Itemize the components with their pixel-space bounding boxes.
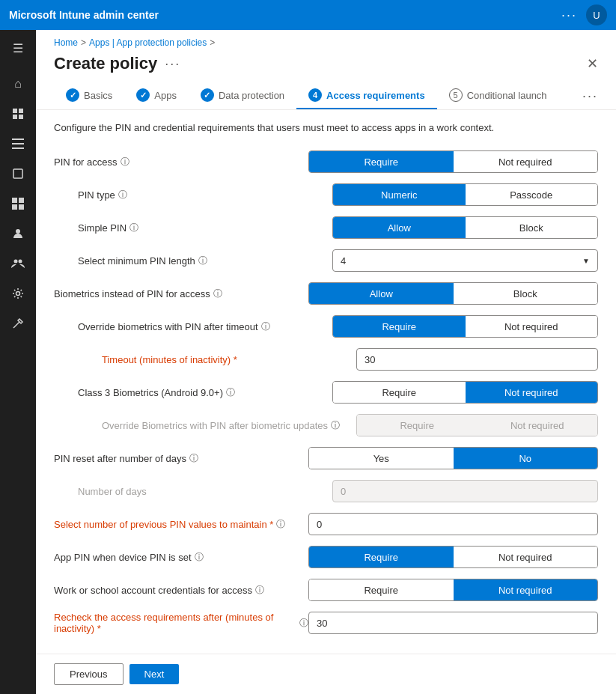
toggle-pin-for-access-not-required[interactable]: Not required (454, 151, 598, 172)
toggle-app-pin-device-pin-require[interactable]: Require (309, 547, 454, 567)
input-number-of-days (332, 480, 598, 502)
sidebar-item-dashboard[interactable] (0, 99, 36, 129)
info-class3-biometrics[interactable]: ⓘ (226, 386, 235, 399)
info-pin-type[interactable]: ⓘ (118, 189, 127, 201)
label-min-pin-length: Select minimum PIN length ⓘ (78, 255, 332, 267)
info-biometrics-instead[interactable]: ⓘ (213, 287, 222, 300)
tab-apps-check: ✓ (136, 88, 150, 102)
label-override-biometrics-updates: Override Biometrics with PIN after biome… (102, 419, 356, 432)
dropdown-min-pin-length[interactable]: 4 ▼ (332, 249, 598, 272)
sidebar-item-tools[interactable] (0, 308, 36, 338)
info-pin-reset-days[interactable]: ⓘ (189, 452, 198, 465)
top-bar-more-button[interactable]: ··· (561, 7, 577, 23)
content-area: Home > Apps | App protection policies > … (36, 30, 616, 694)
info-simple-pin[interactable]: ⓘ (129, 222, 138, 234)
input-timeout[interactable] (356, 348, 598, 371)
breadcrumb-home[interactable]: Home (54, 37, 78, 48)
close-button[interactable]: ✕ (587, 55, 598, 72)
row-override-biometrics-updates: Override Biometrics with PIN after biome… (54, 412, 598, 439)
row-pin-type: PIN type ⓘ Numeric Passcode (54, 181, 598, 208)
svg-rect-8 (12, 198, 17, 203)
label-timeout: Timeout (minutes of inactivity) * (102, 354, 356, 365)
input-recheck-access[interactable] (308, 612, 598, 634)
tab-conditional-launch[interactable]: 5 Conditional launch (437, 82, 559, 109)
label-override-biometrics: Override biometrics with PIN after timeo… (78, 320, 332, 333)
toggle-class3-biometrics-require[interactable]: Require (333, 382, 466, 403)
toggle-app-pin-device-pin-not-required[interactable]: Not required (454, 547, 598, 567)
info-app-pin-device-pin[interactable]: ⓘ (195, 551, 204, 564)
chevron-down-icon: ▼ (582, 257, 590, 265)
toggle-pin-type-numeric[interactable]: Numeric (333, 184, 466, 205)
sidebar-item-groups[interactable] (0, 249, 36, 278)
sidebar-menu-toggle[interactable]: ☰ (0, 33, 36, 63)
row-biometrics-instead: Biometrics instead of PIN for access ⓘ A… (54, 280, 598, 307)
info-prev-pin-values[interactable]: ⓘ (276, 518, 285, 531)
sidebar-item-list[interactable] (0, 129, 36, 159)
toggle-biometrics-instead-block[interactable]: Block (454, 283, 598, 304)
info-pin-for-access[interactable]: ⓘ (121, 156, 129, 168)
toggle-pin-for-access-require[interactable]: Require (309, 151, 454, 172)
svg-rect-7 (13, 169, 22, 178)
tab-data-protection-check: ✓ (201, 88, 214, 102)
info-min-pin-length[interactable]: ⓘ (198, 255, 207, 267)
toggle-simple-pin-block[interactable]: Block (466, 217, 598, 238)
sidebar-item-apps[interactable] (0, 189, 36, 219)
info-work-credentials[interactable]: ⓘ (255, 584, 264, 597)
toggle-pin-reset-days-yes[interactable]: Yes (309, 448, 454, 469)
svg-point-14 (19, 260, 22, 264)
breadcrumb-apps[interactable]: Apps | App protection policies (89, 37, 207, 48)
tab-basics-label: Basics (84, 90, 112, 101)
toggle-work-credentials-require[interactable]: Require (309, 579, 454, 600)
tab-data-protection[interactable]: ✓ Data protection (189, 82, 296, 109)
sidebar-item-settings[interactable] (0, 278, 36, 308)
control-biometrics-instead: Allow Block (308, 282, 598, 305)
svg-rect-9 (19, 198, 24, 203)
sidebar-item-tag[interactable] (0, 159, 36, 189)
form-description: Configure the PIN and credential require… (54, 122, 598, 133)
tab-basics[interactable]: ✓ Basics (54, 82, 124, 109)
avatar[interactable]: U (586, 4, 607, 25)
sidebar-item-users[interactable] (0, 219, 36, 249)
next-button[interactable]: Next (129, 664, 180, 684)
toggle-class3-biometrics-not-required[interactable]: Not required (466, 382, 598, 403)
svg-rect-11 (19, 204, 24, 210)
tab-access-requirements-num: 4 (308, 88, 322, 102)
toggle-pin-type-passcode[interactable]: Passcode (466, 184, 598, 205)
toggle-simple-pin: Allow Block (332, 216, 598, 239)
tab-apps[interactable]: ✓ Apps (124, 82, 189, 109)
input-prev-pin-values[interactable] (308, 513, 598, 535)
page-more-button[interactable]: ··· (165, 56, 180, 72)
toggle-pin-reset-days: Yes No (308, 447, 598, 469)
tab-basics-check: ✓ (66, 88, 79, 102)
breadcrumb-sep1: > (81, 37, 86, 48)
svg-rect-3 (19, 115, 23, 119)
form-area: Configure the PIN and credential require… (36, 110, 616, 654)
toggle-override-biometrics-not-required[interactable]: Not required (466, 316, 598, 337)
row-pin-for-access: PIN for access ⓘ Require Not required (54, 148, 598, 175)
toggle-class3-biometrics: Require Not required (332, 381, 598, 404)
sidebar-item-home[interactable]: ⌂ (0, 69, 36, 99)
control-app-pin-device-pin: Require Not required (308, 546, 598, 568)
svg-point-13 (14, 260, 18, 264)
toggle-work-credentials-not-required[interactable]: Not required (454, 579, 598, 600)
info-recheck-access[interactable]: ⓘ (299, 617, 308, 630)
page-title: Create policy (54, 54, 157, 73)
toggle-biometrics-instead-allow[interactable]: Allow (309, 283, 454, 304)
control-pin-type: Numeric Passcode (332, 183, 598, 206)
row-min-pin-length: Select minimum PIN length ⓘ 4 ▼ (54, 247, 598, 274)
toggle-simple-pin-allow[interactable]: Allow (333, 217, 466, 238)
toggle-pin-reset-days-no[interactable]: No (454, 448, 598, 469)
control-class3-biometrics: Require Not required (332, 381, 598, 404)
svg-rect-5 (12, 143, 24, 144)
tab-access-requirements[interactable]: 4 Access requirements (296, 82, 437, 109)
label-biometrics-instead: Biometrics instead of PIN for access ⓘ (54, 287, 308, 300)
info-override-biometrics[interactable]: ⓘ (261, 320, 270, 333)
previous-button[interactable]: Previous (54, 663, 123, 685)
toggle-override-biometrics-require[interactable]: Require (333, 316, 466, 337)
breadcrumb: Home > Apps | App protection policies > (36, 30, 616, 51)
svg-rect-1 (19, 109, 23, 113)
page-header: Create policy ··· ✕ (36, 51, 616, 82)
tabs-more-button[interactable]: ··· (582, 88, 598, 104)
breadcrumb-sep2: > (210, 37, 215, 48)
top-bar-icons: ··· U (561, 4, 607, 25)
